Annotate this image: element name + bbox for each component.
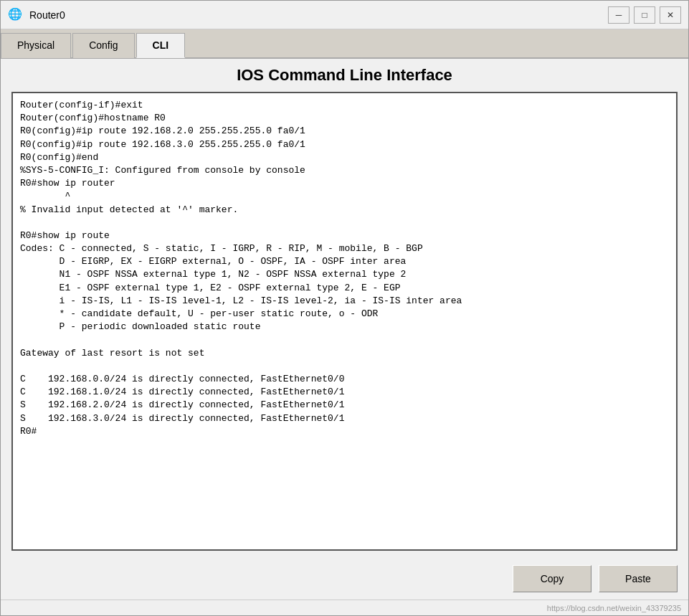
paste-button[interactable]: Paste [599,565,678,592]
status-url: https://blog.csdn.net/weixin_43379235 [547,604,681,612]
main-window: 🌐 Router0 ─ □ ✕ Physical Config CLI IOS … [0,0,689,616]
title-bar-controls: ─ □ ✕ [608,6,681,24]
maximize-button[interactable]: □ [634,6,655,24]
window-title: Router0 [29,9,65,21]
cli-output[interactable]: Router(config-if)#exit Router(config)#ho… [13,93,676,549]
close-button[interactable]: ✕ [660,6,681,24]
title-bar-left: 🌐 Router0 [8,7,65,23]
content-area: IOS Command Line Interface Router(config… [1,59,688,558]
tab-bar: Physical Config CLI [1,29,688,59]
tab-cli[interactable]: CLI [136,33,186,58]
tab-physical[interactable]: Physical [1,33,71,58]
app-icon: 🌐 [8,7,24,23]
tab-config[interactable]: Config [72,33,134,58]
cli-container: Router(config-if)#exit Router(config)#ho… [11,92,678,551]
button-bar: Copy Paste [1,558,688,600]
status-bar: https://blog.csdn.net/weixin_43379235 [1,600,688,615]
title-bar: 🌐 Router0 ─ □ ✕ [1,1,688,29]
copy-button[interactable]: Copy [513,565,591,592]
minimize-button[interactable]: ─ [608,6,629,24]
page-title: IOS Command Line Interface [11,66,678,85]
